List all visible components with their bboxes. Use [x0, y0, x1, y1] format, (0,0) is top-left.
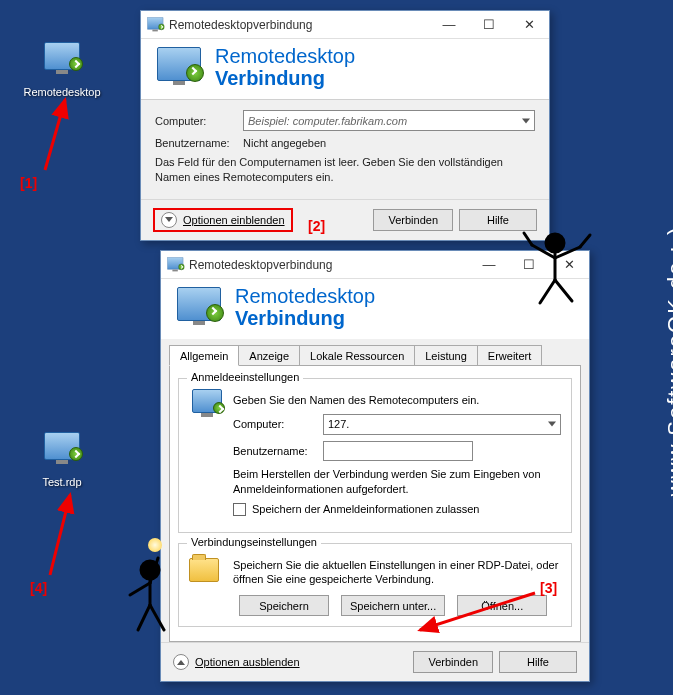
save-as-button[interactable]: Speichern unter... [341, 595, 445, 616]
svg-line-2 [50, 495, 70, 575]
chevron-down-icon [522, 118, 530, 123]
hide-options-label: Optionen ausblenden [195, 656, 300, 668]
close-button[interactable]: ✕ [549, 251, 589, 279]
header-band: Remotedesktop Verbindung [141, 39, 549, 99]
watermark: www.SoftwareOK.de :-) [663, 225, 673, 496]
header-band: Remotedesktop Verbindung [161, 279, 589, 339]
computer-combo[interactable]: Beispiel: computer.fabrikam.com [243, 110, 535, 131]
show-options-toggle[interactable]: Optionen einblenden [153, 208, 293, 232]
connect-button[interactable]: Verbinden [373, 209, 453, 231]
rdc-logo-icon [175, 287, 223, 327]
help-button[interactable]: Hilfe [459, 209, 537, 231]
rdc-window-compact: Remotedesktopverbindung — ☐ ✕ Remotedesk… [140, 10, 550, 241]
lightbulb-icon [148, 538, 162, 552]
annotation-3: [3] [540, 580, 557, 596]
svg-line-0 [45, 100, 65, 170]
rdc-window-expanded: Remotedesktopverbindung — ☐ ✕ Remotedesk… [160, 250, 590, 682]
tabs: Allgemein Anzeige Lokale Ressourcen Leis… [169, 345, 581, 366]
empty-name-note: Das Feld für den Computernamen ist leer.… [155, 155, 535, 185]
app-icon [147, 17, 163, 33]
tab-allgemein[interactable]: Allgemein [169, 345, 239, 366]
desktop-icon-testrdp[interactable]: Test.rdp [22, 432, 102, 488]
chevron-down-icon [548, 422, 556, 427]
hide-options-toggle[interactable]: Optionen ausblenden [173, 654, 300, 670]
save-creds-checkbox[interactable] [233, 503, 246, 516]
collapse-icon [173, 654, 189, 670]
username-label: Benutzername: [155, 137, 243, 149]
maximize-button[interactable]: ☐ [509, 251, 549, 279]
save-button[interactable]: Speichern [239, 595, 329, 616]
annotation-arrow-4 [40, 490, 100, 580]
svg-point-11 [141, 561, 159, 579]
username-label: Benutzername: [233, 445, 323, 457]
maximize-button[interactable]: ☐ [469, 11, 509, 39]
desktop-icon-label: Remotedesktop [22, 86, 102, 98]
annotation-1: [1] [20, 175, 37, 191]
header-line1: Remotedesktop [235, 285, 375, 307]
cred-note: Beim Herstellen der Verbindung werden Si… [233, 467, 561, 497]
computer-value: 127. [328, 418, 349, 430]
annotation-arrow-1 [30, 95, 90, 175]
expand-icon [161, 212, 177, 228]
minimize-button[interactable]: — [469, 251, 509, 279]
footer: Optionen einblenden Verbinden Hilfe [141, 199, 549, 240]
group-legend: Verbindungseinstellungen [187, 536, 321, 548]
computer-placeholder: Beispiel: computer.fabrikam.com [248, 115, 407, 127]
header-title: Remotedesktop Verbindung [215, 45, 355, 89]
window-title: Remotedesktopverbindung [189, 258, 469, 272]
help-button[interactable]: Hilfe [499, 651, 577, 673]
group-connection-settings: Verbindungseinstellungen Speichern Sie d… [178, 543, 572, 628]
tab-erweitert[interactable]: Erweitert [477, 345, 542, 365]
header-line2: Verbindung [235, 307, 375, 329]
computer-icon [189, 389, 225, 522]
show-options-label: Optionen einblenden [183, 214, 285, 226]
computer-label: Computer: [155, 115, 243, 127]
desktop-icon-remotedesktop[interactable]: Remotedesktop [22, 42, 102, 98]
group-legend: Anmeldeeinstellungen [187, 371, 303, 383]
header-title: Remotedesktop Verbindung [235, 285, 375, 329]
close-button[interactable]: ✕ [509, 11, 549, 39]
app-icon [167, 257, 183, 273]
username-input[interactable] [323, 441, 473, 461]
open-button[interactable]: Öffnen... [457, 595, 547, 616]
connect-button[interactable]: Verbinden [413, 651, 493, 673]
svg-line-13 [138, 605, 150, 630]
tab-leistung[interactable]: Leistung [414, 345, 478, 365]
tab-lokale-ressourcen[interactable]: Lokale Ressourcen [299, 345, 415, 365]
titlebar[interactable]: Remotedesktopverbindung — ☐ ✕ [141, 11, 549, 39]
computer-label: Computer: [233, 418, 323, 430]
header-line2: Verbindung [215, 67, 355, 89]
svg-line-10 [580, 235, 590, 247]
footer: Optionen ausblenden Verbinden Hilfe [161, 642, 589, 681]
rdc-logo-icon [155, 47, 203, 87]
titlebar[interactable]: Remotedesktopverbindung — ☐ ✕ [161, 251, 589, 279]
group-login-settings: Anmeldeeinstellungen Geben Sie den Namen… [178, 378, 572, 533]
header-line1: Remotedesktop [215, 45, 355, 67]
computer-combo[interactable]: 127. [323, 414, 561, 435]
rdp-icon [42, 42, 82, 82]
desktop-icon-label: Test.rdp [22, 476, 102, 488]
username-value: Nicht angegeben [243, 137, 326, 149]
folder-icon [189, 554, 225, 617]
svg-line-16 [150, 558, 158, 583]
annotation-2: [2] [308, 218, 325, 234]
body-area: Computer: Beispiel: computer.fabrikam.co… [141, 100, 549, 199]
minimize-button[interactable]: — [429, 11, 469, 39]
tab-anzeige[interactable]: Anzeige [238, 345, 300, 365]
svg-line-15 [130, 583, 150, 595]
login-prompt: Geben Sie den Namen des Remotecomputers … [233, 393, 561, 408]
window-title: Remotedesktopverbindung [169, 18, 429, 32]
rdp-file-icon [42, 432, 82, 472]
save-creds-label: Speichern der Anmeldeinformationen zulas… [252, 503, 479, 515]
annotation-4: [4] [30, 580, 47, 596]
connection-settings-text: Speichern Sie die aktuellen Einstellunge… [233, 558, 561, 588]
